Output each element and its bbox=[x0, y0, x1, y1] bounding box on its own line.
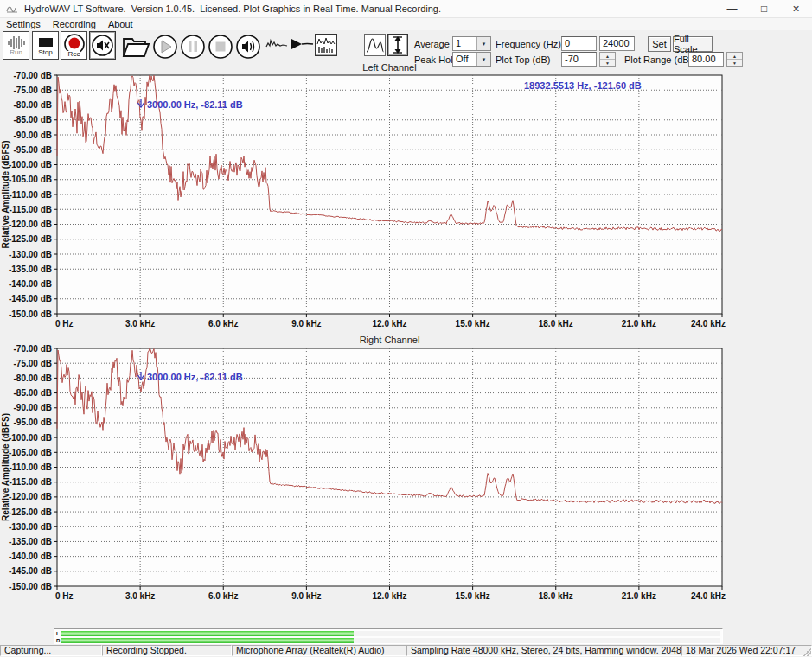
y-tick-label: -75.00 dB bbox=[14, 86, 52, 95]
y-tick-label: -80.00 dB bbox=[14, 100, 52, 110]
play-button[interactable] bbox=[151, 32, 178, 61]
x-tick-label: 18.0 kHz bbox=[539, 319, 573, 328]
maximize-button[interactable]: □ bbox=[748, 0, 780, 17]
resize-grip[interactable] bbox=[802, 647, 811, 656]
menu-bar: Settings Recording About bbox=[0, 18, 812, 30]
x-tick-label: 12.0 kHz bbox=[372, 591, 406, 601]
level-meter-panel: L R bbox=[54, 628, 723, 644]
minimize-button[interactable]: — bbox=[716, 0, 748, 17]
average-label: Average bbox=[414, 39, 450, 49]
impulse-icon bbox=[290, 37, 314, 51]
set-button[interactable]: Set bbox=[648, 36, 671, 52]
stop-square-icon bbox=[37, 35, 54, 50]
time-domain-view-button[interactable] bbox=[265, 32, 289, 56]
menu-settings[interactable]: Settings bbox=[0, 19, 47, 29]
frequency-min-input[interactable]: 0 bbox=[561, 36, 597, 51]
x-tick-label: 21.0 kHz bbox=[622, 591, 656, 601]
y-tick-label: -140.00 dB bbox=[9, 279, 52, 289]
y-tick-label: -85.00 dB bbox=[14, 115, 52, 124]
status-sampling-info: Sampling Rate 48000 kHz, Stereo, 24 bits… bbox=[406, 645, 681, 656]
right-channel-plot[interactable]: Right ChannelRelative Amplitude (dBFS)-7… bbox=[0, 333, 812, 603]
chevron-down-icon[interactable]: ▼ bbox=[476, 37, 490, 50]
spin-up-icon[interactable]: ▲ bbox=[727, 53, 742, 60]
vertical-arrows-icon bbox=[392, 36, 404, 54]
stop-recording-button[interactable]: Stop bbox=[32, 31, 59, 60]
y-tick-label: -135.00 dB bbox=[9, 537, 52, 546]
y-tick-label: -120.00 dB bbox=[9, 492, 52, 501]
open-file-button[interactable] bbox=[121, 32, 150, 61]
x-tick-label: 12.0 kHz bbox=[372, 319, 406, 328]
pause-button[interactable] bbox=[179, 32, 206, 61]
status-bar: Capturing... Recording Stopped. Micropho… bbox=[0, 644, 812, 657]
cursor-readout: 3000.00 Hz, -82.11 dB bbox=[147, 99, 243, 110]
left-channel-plot[interactable]: Left ChannelRelative Amplitude (dBFS)-70… bbox=[0, 62, 812, 331]
full-scale-button[interactable]: Full Scale bbox=[673, 36, 713, 52]
cursor-readout: 18932.5513 Hz, -121.60 dB bbox=[524, 80, 642, 91]
peak-curve-button[interactable] bbox=[364, 34, 386, 56]
y-tick-label: -110.00 dB bbox=[10, 190, 52, 200]
y-tick-label: -100.00 dB bbox=[9, 160, 52, 169]
stop-label: Stop bbox=[38, 49, 52, 56]
app-logo-icon bbox=[6, 3, 19, 14]
run-label: Run bbox=[10, 49, 22, 56]
x-tick-label: 15.0 kHz bbox=[456, 319, 490, 328]
y-tick-label: -125.00 dB bbox=[9, 234, 52, 244]
playback-stop-icon bbox=[208, 34, 233, 60]
y-tick-label: -130.00 dB bbox=[9, 522, 52, 532]
menu-about[interactable]: About bbox=[102, 19, 139, 29]
level-meter-right: R bbox=[56, 637, 720, 643]
speaker-icon bbox=[235, 34, 261, 60]
spin-up-icon[interactable]: ▲ bbox=[600, 53, 615, 60]
app-window: HydroWAV-LT Software. Version 1.0.45. Li… bbox=[0, 0, 812, 657]
close-button[interactable]: × bbox=[780, 0, 812, 17]
chart-title: Right Channel bbox=[360, 335, 420, 345]
cursor-readout: 3000.00 Hz, -82.11 dB bbox=[147, 372, 243, 382]
rec-label: Rec bbox=[67, 51, 80, 58]
spectrum-view-button[interactable] bbox=[315, 34, 337, 56]
status-capture-state: Capturing... bbox=[0, 645, 102, 656]
frequency-label: Frequency (Hz) bbox=[496, 39, 561, 49]
menu-recording[interactable]: Recording bbox=[47, 19, 102, 29]
y-tick-label: -90.00 dB bbox=[14, 131, 52, 140]
x-tick-label: 15.0 kHz bbox=[456, 591, 490, 601]
y-tick-label: -105.00 dB bbox=[9, 448, 52, 457]
waveform-icon bbox=[265, 37, 288, 51]
folder-icon bbox=[122, 35, 150, 58]
vertical-scale-button[interactable] bbox=[387, 34, 408, 56]
x-tick-label: 24.0 kHz bbox=[691, 591, 726, 601]
status-datetime: 18 Mar 2026 Wed 22:07:17 bbox=[681, 645, 812, 656]
status-recording-state: Recording Stopped. bbox=[102, 645, 232, 656]
x-tick-label: 0 Hz bbox=[55, 591, 74, 601]
y-tick-label: -145.00 dB bbox=[9, 294, 52, 303]
x-tick-label: 3.0 kHz bbox=[125, 319, 155, 328]
pause-icon bbox=[180, 34, 206, 60]
y-tick-label: -70.00 dB bbox=[14, 71, 52, 80]
x-tick-label: 6.0 kHz bbox=[208, 319, 238, 328]
y-tick-label: -95.00 dB bbox=[14, 145, 52, 155]
x-tick-label: 18.0 kHz bbox=[539, 591, 573, 601]
frequency-max-input[interactable]: 24000 bbox=[599, 36, 635, 51]
y-tick-label: -130.00 dB bbox=[9, 250, 52, 259]
impulse-view-button[interactable] bbox=[290, 32, 314, 56]
mute-button[interactable] bbox=[89, 31, 116, 60]
window-title: HydroWAV-LT Software. Version 1.0.45. Li… bbox=[24, 3, 441, 14]
average-select[interactable]: 1 ▼ bbox=[452, 36, 491, 51]
x-tick-label: 24.0 kHz bbox=[691, 319, 726, 328]
speaker-button[interactable] bbox=[234, 32, 261, 61]
level-meter-right-fill bbox=[61, 638, 354, 643]
peak-curve-icon bbox=[366, 36, 384, 54]
chart-title: Left Channel bbox=[362, 62, 416, 73]
playback-stop-button[interactable] bbox=[207, 32, 233, 61]
y-tick-label: -115.00 dB bbox=[10, 477, 52, 487]
y-tick-label: -120.00 dB bbox=[9, 220, 52, 229]
play-icon bbox=[152, 34, 178, 60]
y-tick-label: -90.00 dB bbox=[14, 403, 52, 412]
y-tick-label: -95.00 dB bbox=[14, 418, 52, 427]
y-tick-label: -80.00 dB bbox=[14, 373, 52, 383]
record-button[interactable]: Rec bbox=[61, 31, 87, 60]
spectrum-icon bbox=[316, 36, 336, 54]
run-button[interactable]: Run bbox=[3, 31, 29, 60]
x-tick-label: 3.0 kHz bbox=[125, 591, 155, 601]
y-tick-label: -100.00 dB bbox=[9, 433, 52, 443]
run-waveform-icon bbox=[6, 35, 27, 50]
